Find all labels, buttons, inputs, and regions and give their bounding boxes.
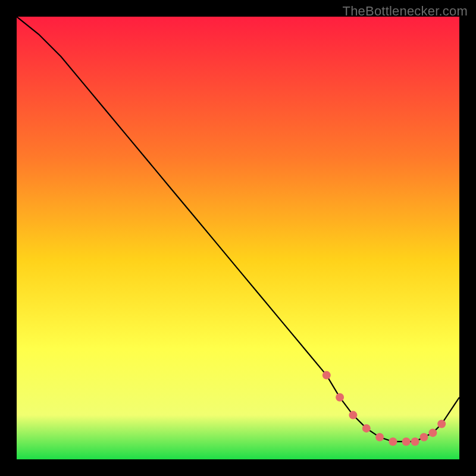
data-marker <box>349 411 357 419</box>
data-marker <box>402 437 411 446</box>
plot-area <box>17 17 459 459</box>
data-marker <box>389 437 397 446</box>
data-marker <box>322 371 331 380</box>
data-marker <box>420 433 428 441</box>
data-marker <box>336 393 344 402</box>
data-marker <box>428 428 437 437</box>
chart-frame: TheBottlenecker.com <box>0 0 476 476</box>
data-marker <box>437 420 446 428</box>
data-marker <box>362 424 371 433</box>
data-marker <box>411 437 419 446</box>
chart-svg <box>17 17 459 459</box>
data-marker <box>375 433 384 441</box>
